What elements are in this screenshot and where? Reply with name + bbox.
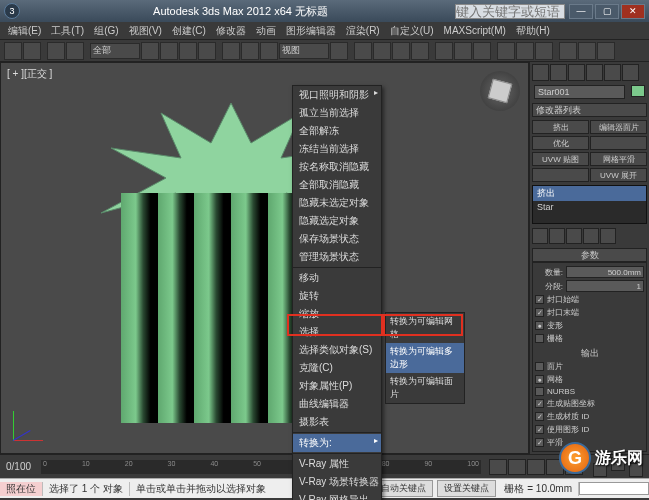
ctx-freeze-sel[interactable]: 冻结当前选择 <box>293 140 381 158</box>
select-by-name-button[interactable] <box>160 42 178 60</box>
uvw-unwrap-button[interactable]: UVW 展开 <box>590 168 647 182</box>
prev-frame-button[interactable] <box>508 459 526 475</box>
ctx-viewport-lighting[interactable]: 视口照明和阴影 <box>293 86 381 104</box>
extrude-button[interactable]: 挤出 <box>532 120 589 134</box>
amount-spinner[interactable]: 500.0mm <box>566 266 644 278</box>
modifier-stack[interactable]: 挤出 Star <box>532 185 647 224</box>
params-rollout-header[interactable]: 参数 <box>532 248 647 262</box>
ctx-hide-unsel[interactable]: 隐藏未选定对象 <box>293 194 381 212</box>
link-button[interactable] <box>47 42 65 60</box>
make-unique-button[interactable] <box>566 228 582 244</box>
object-color-swatch[interactable] <box>631 85 645 97</box>
edit-patch-button[interactable]: 编辑器面片 <box>590 120 647 134</box>
menu-customize[interactable]: 自定义(U) <box>386 23 438 39</box>
mirror-button[interactable] <box>435 42 453 60</box>
snap-button[interactable] <box>354 42 372 60</box>
ctx-obj-props[interactable]: 对象属性(P) <box>293 377 381 395</box>
menu-rendering[interactable]: 渲染(R) <box>342 23 384 39</box>
ctx-unhide-all[interactable]: 全部取消隐藏 <box>293 176 381 194</box>
motion-tab[interactable] <box>586 64 603 81</box>
meshsmooth-button[interactable]: 网格平滑 <box>590 152 647 166</box>
time-slider[interactable]: 0102030405060708090100 <box>41 460 481 474</box>
rotate-button[interactable] <box>241 42 259 60</box>
ctx-hide-sel[interactable]: 隐藏选定对象 <box>293 212 381 230</box>
select-region-button[interactable] <box>179 42 197 60</box>
object-name-field[interactable]: Star001 <box>534 85 625 99</box>
cap-end-checkbox[interactable]: ✓ <box>535 308 544 317</box>
undo-button[interactable] <box>4 42 22 60</box>
segments-spinner[interactable]: 1 <box>566 280 644 292</box>
uvwmap-button[interactable]: UVW 贴图 <box>532 152 589 166</box>
ctx-vray-scene-conv[interactable]: V-Ray 场景转换器 <box>293 473 381 491</box>
play-button[interactable] <box>527 459 545 475</box>
menu-group[interactable]: 组(G) <box>90 23 122 39</box>
move-button[interactable] <box>222 42 240 60</box>
schematic-button[interactable] <box>516 42 534 60</box>
ctx-convert-to[interactable]: 转换为: <box>293 434 381 452</box>
menu-grapheditors[interactable]: 图形编辑器 <box>282 23 340 39</box>
menu-animation[interactable]: 动画 <box>252 23 280 39</box>
configure-sets-button[interactable] <box>600 228 616 244</box>
scale-button[interactable] <box>260 42 278 60</box>
maximize-button[interactable]: ▢ <box>595 4 619 19</box>
pivot-button[interactable] <box>330 42 348 60</box>
optimize-button[interactable]: 优化 <box>532 136 589 150</box>
window-crossing-button[interactable] <box>198 42 216 60</box>
utilities-tab[interactable] <box>622 64 639 81</box>
percent-snap-button[interactable] <box>392 42 410 60</box>
redo-button[interactable] <box>23 42 41 60</box>
stack-item-star[interactable]: Star <box>533 201 646 213</box>
unlink-button[interactable] <box>66 42 84 60</box>
cap-start-checkbox[interactable]: ✓ <box>535 295 544 304</box>
out-nurbs-radio[interactable] <box>535 387 544 396</box>
sub-edit-poly[interactable]: 转换为可编辑多边形 <box>386 343 464 373</box>
ctx-dope-sheet[interactable]: 摄影表 <box>293 413 381 431</box>
menu-modifiers[interactable]: 修改器 <box>212 23 250 39</box>
ctx-unfreeze-all[interactable]: 全部解冻 <box>293 122 381 140</box>
sub-edit-mesh[interactable]: 转换为可编辑网格 <box>386 313 464 343</box>
render-setup-button[interactable] <box>559 42 577 60</box>
out-patch-radio[interactable] <box>535 362 544 371</box>
ctx-clone[interactable]: 克隆(C) <box>293 359 381 377</box>
ctx-select[interactable]: 选择 <box>293 323 381 341</box>
button-b41[interactable] <box>532 168 589 182</box>
menu-create[interactable]: 创建(C) <box>168 23 210 39</box>
ctx-scale[interactable]: 缩放 <box>293 305 381 323</box>
create-tab[interactable] <box>532 64 549 81</box>
align-button[interactable] <box>454 42 472 60</box>
smooth-checkbox[interactable]: ✓ <box>535 438 544 447</box>
minimize-button[interactable]: — <box>569 4 593 19</box>
goto-start-button[interactable] <box>489 459 507 475</box>
autokey-button[interactable]: 自动关键点 <box>374 480 433 497</box>
out-mesh-radio[interactable]: ● <box>535 375 544 384</box>
gen-mapping-checkbox[interactable]: ✓ <box>535 399 544 408</box>
render-button[interactable] <box>597 42 615 60</box>
help-search-input[interactable] <box>455 4 565 19</box>
viewcube[interactable] <box>480 71 520 111</box>
ctx-manage-state[interactable]: 管理场景状态 <box>293 248 381 266</box>
ref-coord-dropdown[interactable]: 视图 <box>279 43 329 59</box>
menu-tools[interactable]: 工具(T) <box>47 23 88 39</box>
time-tag-input[interactable] <box>579 482 649 495</box>
ctx-select-similar[interactable]: 选择类似对象(S) <box>293 341 381 359</box>
spinner-snap-button[interactable] <box>411 42 429 60</box>
menu-edit[interactable]: 编辑(E) <box>4 23 45 39</box>
ctx-rotate[interactable]: 旋转 <box>293 287 381 305</box>
setkey-button[interactable]: 设置关键点 <box>437 480 496 497</box>
gen-matid-checkbox[interactable]: ✓ <box>535 412 544 421</box>
grid-radio[interactable] <box>535 334 544 343</box>
morph-radio[interactable]: ● <box>535 321 544 330</box>
sub-edit-patch[interactable]: 转换为可编辑面片 <box>386 373 464 403</box>
pin-stack-button[interactable] <box>532 228 548 244</box>
use-shapeid-checkbox[interactable]: ✓ <box>535 425 544 434</box>
ctx-vray-mesh-exp[interactable]: V-Ray 网格导出 <box>293 491 381 500</box>
menu-help[interactable]: 帮助(H) <box>512 23 554 39</box>
display-tab[interactable] <box>604 64 621 81</box>
layers-button[interactable] <box>473 42 491 60</box>
render-frame-button[interactable] <box>578 42 596 60</box>
ctx-move[interactable]: 移动 <box>293 269 381 287</box>
selection-filter-dropdown[interactable]: 全部 <box>90 43 140 59</box>
ctx-save-state[interactable]: 保存场景状态 <box>293 230 381 248</box>
button-b22[interactable] <box>590 136 647 150</box>
select-button[interactable] <box>141 42 159 60</box>
